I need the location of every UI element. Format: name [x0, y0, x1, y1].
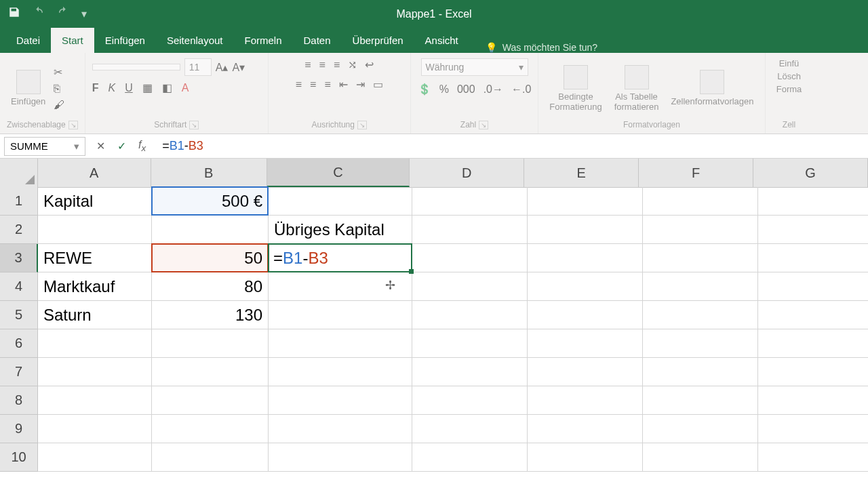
align-launcher[interactable]: ↘: [357, 121, 367, 129]
rowhead-10[interactable]: 10: [0, 443, 38, 472]
cell-G4[interactable]: [758, 272, 868, 301]
cancel-formula-icon[interactable]: ✕: [96, 140, 105, 152]
align-top-icon[interactable]: ≡: [304, 59, 311, 71]
bold-button[interactable]: F: [92, 82, 99, 94]
rowhead-4[interactable]: 4: [0, 272, 38, 301]
cell-C3[interactable]: [269, 244, 412, 272]
cell-F5[interactable]: [643, 301, 758, 329]
cell-C4[interactable]: [269, 272, 412, 301]
wrap-text-icon[interactable]: ↩: [365, 58, 374, 71]
cell-C7[interactable]: [269, 358, 412, 386]
format-table-button[interactable]: Als Tabelle formatieren: [610, 64, 663, 114]
cell-E5[interactable]: [528, 301, 643, 329]
cell-G7[interactable]: [758, 358, 868, 386]
indent-inc-icon[interactable]: ⇥: [356, 78, 365, 91]
save-icon[interactable]: [8, 6, 20, 21]
cell-F9[interactable]: [643, 415, 758, 443]
inc-decimal-icon[interactable]: .0→: [484, 83, 503, 96]
cell-B8[interactable]: [152, 386, 269, 415]
cell-F10[interactable]: [643, 443, 758, 472]
cell-D9[interactable]: [412, 415, 528, 443]
cell-B7[interactable]: [152, 358, 269, 386]
cell-C6[interactable]: [269, 329, 412, 358]
cell-A7[interactable]: [38, 358, 152, 386]
tab-data[interactable]: Daten: [293, 28, 342, 53]
colhead-D[interactable]: D: [410, 159, 524, 187]
cell-A2[interactable]: [38, 216, 152, 244]
colhead-B[interactable]: B: [151, 159, 267, 187]
colhead-A[interactable]: A: [38, 159, 151, 187]
cell-C5[interactable]: [269, 301, 412, 329]
colhead-C[interactable]: C: [267, 159, 410, 187]
cell-G1[interactable]: [758, 187, 868, 216]
cell-A8[interactable]: [38, 386, 152, 415]
cell-E7[interactable]: [528, 358, 643, 386]
cell-F6[interactable]: [643, 329, 758, 358]
cell-A1[interactable]: Kapital: [38, 187, 152, 216]
undo-icon[interactable]: [33, 6, 45, 21]
cell-A5[interactable]: Saturn: [38, 301, 152, 329]
cell-B5[interactable]: 130: [152, 301, 269, 329]
cell-F2[interactable]: [643, 216, 758, 244]
select-all-corner[interactable]: [0, 159, 38, 187]
conditional-format-button[interactable]: Bedingte Formatierung: [545, 64, 606, 114]
cell-B4[interactable]: 80: [152, 272, 269, 301]
cell-G6[interactable]: [758, 329, 868, 358]
font-size-select[interactable]: 11: [184, 58, 212, 76]
paste-button[interactable]: Einfügen: [7, 68, 50, 108]
font-launcher[interactable]: ↘: [189, 121, 199, 129]
italic-button[interactable]: K: [108, 82, 116, 94]
tab-view[interactable]: Ansicht: [414, 28, 469, 53]
tab-layout[interactable]: Seitenlayout: [156, 28, 234, 53]
cell-F1[interactable]: [643, 187, 758, 216]
copy-icon[interactable]: ⎘: [54, 83, 64, 95]
cell-C9[interactable]: [269, 415, 412, 443]
tell-me[interactable]: 💡 Was möchten Sie tun?: [469, 42, 597, 53]
align-middle-icon[interactable]: ≡: [319, 59, 326, 71]
cell-D4[interactable]: [412, 272, 528, 301]
cell-G8[interactable]: [758, 386, 868, 415]
cell-F4[interactable]: [643, 272, 758, 301]
cell-D6[interactable]: [412, 329, 528, 358]
colhead-G[interactable]: G: [753, 159, 868, 187]
accept-formula-icon[interactable]: ✓: [117, 140, 126, 152]
merge-icon[interactable]: ▭: [373, 78, 383, 91]
cell-F3[interactable]: [643, 244, 758, 272]
cell-B6[interactable]: [152, 329, 269, 358]
cell-C10[interactable]: [269, 443, 412, 472]
tab-home[interactable]: Start: [51, 28, 94, 53]
underline-button[interactable]: U: [125, 82, 133, 94]
format-cells-button[interactable]: Forma: [776, 84, 802, 94]
tab-formulas[interactable]: Formeln: [234, 28, 293, 53]
currency-icon[interactable]: 💲: [418, 83, 431, 96]
cell-E10[interactable]: [528, 443, 643, 472]
grow-font-icon[interactable]: A▴: [216, 61, 229, 74]
rowhead-8[interactable]: 8: [0, 386, 38, 415]
format-painter-icon[interactable]: 🖌: [54, 99, 64, 111]
font-color-icon[interactable]: A: [182, 82, 189, 94]
cell-E6[interactable]: [528, 329, 643, 358]
cell-A6[interactable]: [38, 329, 152, 358]
cell-D7[interactable]: [412, 358, 528, 386]
align-center-icon[interactable]: ≡: [310, 79, 316, 91]
cell-A4[interactable]: Marktkauf: [38, 272, 152, 301]
rowhead-7[interactable]: 7: [0, 358, 38, 386]
name-box[interactable]: SUMME ▾: [4, 137, 85, 156]
cell-D10[interactable]: [412, 443, 528, 472]
formula-input[interactable]: =B1-B3: [157, 139, 868, 153]
cell-A9[interactable]: [38, 415, 152, 443]
qat-customize-icon[interactable]: ▾: [81, 7, 87, 20]
rowhead-5[interactable]: 5: [0, 301, 38, 329]
colhead-E[interactable]: E: [524, 159, 639, 187]
cell-styles-button[interactable]: Zellenformatvorlagen: [667, 68, 757, 108]
cell-C2[interactable]: Übriges Kapital: [269, 216, 412, 244]
cell-D2[interactable]: [412, 216, 528, 244]
clipboard-launcher[interactable]: ↘: [68, 121, 78, 129]
cell-E2[interactable]: [528, 216, 643, 244]
comma-icon[interactable]: 000: [457, 83, 475, 96]
cell-G9[interactable]: [758, 415, 868, 443]
cell-D8[interactable]: [412, 386, 528, 415]
cell-B2[interactable]: [152, 216, 269, 244]
align-bottom-icon[interactable]: ≡: [334, 59, 340, 71]
fill-color-icon[interactable]: ◧: [162, 81, 172, 94]
